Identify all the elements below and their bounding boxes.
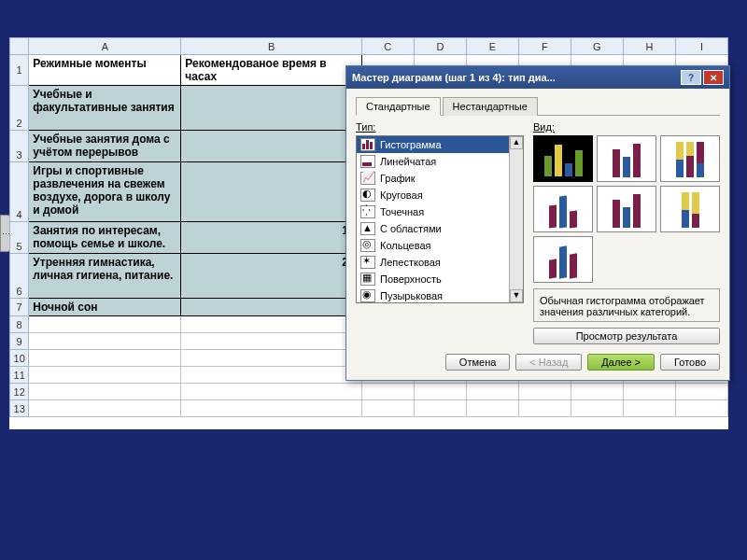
col-header-c[interactable]: C [361,38,414,55]
subtype-thumb[interactable] [597,135,656,182]
col-header-h[interactable]: H [623,38,675,55]
subtype-thumb[interactable] [533,135,593,182]
row-header[interactable]: 12 [10,384,29,400]
chart-wizard-dialog: Мастер диаграмм (шаг 1 из 4): тип диа...… [345,65,730,381]
help-button[interactable]: ? [681,70,701,85]
cell-b1[interactable]: Рекомендованое время в часах [181,55,362,86]
cell-a3[interactable]: Учебные занятия дома с учётом перерывов [29,131,181,162]
hbar-chart-icon [360,155,375,168]
col-header-a[interactable]: A [29,38,181,55]
col-header-g[interactable]: G [571,38,623,55]
cell-a4[interactable]: Игры и спортивные развлечения на свежем … [29,162,181,222]
subtype-thumb[interactable] [533,186,593,232]
cell-b3[interactable]: 2 [181,131,362,162]
view-label: Вид: [533,121,720,133]
cell-a6[interactable]: Утренняя гимнастика, личная гигиена, пит… [29,254,181,299]
cancel-button[interactable]: Отмена [445,354,510,371]
cell-a5[interactable]: Занятия по интересам, помощь семье и шко… [29,222,181,254]
tab-nonstandard[interactable]: Нестандартные [443,97,538,116]
col-header-b[interactable]: B [181,38,362,55]
pie-chart-icon: ◐ [360,189,375,202]
col-header-d[interactable]: D [414,38,466,55]
finish-button[interactable]: Готово [660,354,720,371]
row-header[interactable]: 1 [10,55,29,86]
line-chart-icon: 📈 [360,172,375,185]
dialog-title: Мастер диаграмм (шаг 1 из 4): тип диа... [352,72,556,83]
bubble-chart-icon: ◉ [360,289,375,302]
type-item[interactable]: ✶Лепестковая [357,254,509,271]
tab-standard[interactable]: Стандартные [356,97,441,116]
cell-b2[interactable]: 6 [181,86,362,131]
next-button[interactable]: Далее > [587,354,655,371]
doughnut-chart-icon: ◎ [360,239,375,252]
type-item[interactable]: ▲С областями [357,220,509,237]
cell-a1[interactable]: Режимные моменты [29,55,181,86]
cell-b4[interactable]: 2 [181,162,362,222]
tabs: Стандартные Нестандартные [356,96,720,116]
col-header-e[interactable]: E [466,38,518,55]
subtype-thumb[interactable] [597,186,656,232]
col-header-i[interactable]: I [675,38,727,55]
type-list-scrollbar[interactable]: ▲ ▼ [509,136,523,302]
row-header[interactable]: 13 [10,400,29,417]
type-item[interactable]: 📈График [357,170,509,187]
row-header[interactable]: 9 [10,333,29,350]
col-header-f[interactable]: F [518,38,571,55]
cell-a7[interactable]: Ночной сон [29,299,181,316]
back-button[interactable]: < Назад [515,354,582,371]
scroll-up-icon[interactable]: ▲ [510,136,523,149]
type-item[interactable]: ◐Круговая [357,187,509,203]
cell-b7[interactable]: 10 [181,299,362,316]
scroll-down-icon[interactable]: ▼ [510,289,523,302]
subtype-thumb[interactable] [660,186,720,232]
corner-cell[interactable] [10,38,29,55]
type-item[interactable]: ◉Пузырьковая [357,287,509,303]
area-chart-icon: ▲ [360,222,375,235]
subtype-description: Обычная гистограмма отображает значения … [533,288,720,322]
row-header[interactable]: 7 [10,299,29,316]
cell-b6[interactable]: 2,5 [181,254,362,299]
scatter-chart-icon: ⁛ [360,205,375,218]
chart-type-list: Гистограмма Линейчатая 📈График ◐Круговая… [356,135,524,303]
bar-chart-icon [360,138,375,151]
row-header[interactable]: 6 [10,254,29,299]
row-header[interactable]: 3 [10,131,29,162]
type-item[interactable]: ⁛Точечная [357,203,509,220]
chart-subtype-grid [533,135,720,283]
surface-chart-icon: ▦ [360,273,375,286]
type-item[interactable]: ▦Поверхность [357,271,509,287]
cell-b5[interactable]: 1,5 [181,222,362,254]
type-item[interactable]: ◎Кольцевая [357,237,509,254]
type-item[interactable]: Линейчатая [357,153,509,170]
preview-button[interactable]: Просмотр результата [533,328,720,344]
cell-a2[interactable]: Учебные и факультативные занятия [29,86,181,131]
row-header[interactable]: 11 [10,367,29,384]
type-item-histogram[interactable]: Гистограмма [357,136,509,153]
row-header[interactable]: 2 [10,86,29,131]
row-header[interactable]: 8 [10,316,29,333]
subtype-thumb[interactable] [660,135,720,182]
row-header[interactable]: 5 [10,222,29,254]
subtype-thumb[interactable] [533,236,593,283]
row-header[interactable]: 4 [10,162,29,222]
radar-chart-icon: ✶ [360,256,375,269]
type-label: Тип: [356,121,524,133]
close-button[interactable]: ✕ [703,70,724,85]
row-header[interactable]: 10 [10,350,29,367]
dialog-titlebar[interactable]: Мастер диаграмм (шаг 1 из 4): тип диа...… [346,66,729,89]
type-label-text: Гистограмма [380,139,442,150]
